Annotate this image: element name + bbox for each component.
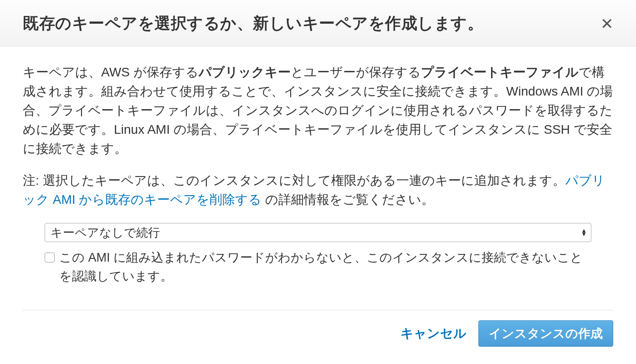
desc-part1: キーペアは、AWS が保存する xyxy=(23,65,199,79)
acknowledge-label: この AMI に組み込まれたパスワードがわからないと、このインスタンスに接続でき… xyxy=(59,248,591,285)
modal-title: 既存のキーペアを選択するか、新しいキーペアを作成します。 xyxy=(23,13,483,34)
modal-body: キーペアは、AWS が保存するパブリックキーとユーザーが保存するプライベートキー… xyxy=(0,46,636,294)
launch-instance-button[interactable]: インスタンスの作成 xyxy=(478,320,613,347)
desc-part2: とユーザーが保存する xyxy=(291,65,421,79)
note-prefix: 注: 選択したキーペアは、このインスタンスに対して権限がある一連のキーに追加され… xyxy=(23,173,565,187)
acknowledge-checkbox[interactable] xyxy=(45,253,55,263)
note-suffix: の詳細情報をご覧ください。 xyxy=(262,192,434,207)
modal-header: 既存のキーペアを選択するか、新しいキーペアを作成します。 ✕ xyxy=(0,0,636,46)
acknowledge-row: この AMI に組み込まれたパスワードがわからないと、このインスタンスに接続でき… xyxy=(45,248,591,285)
form-area: キーペアなしで続行 ▲ ▼ この AMI に組み込まれたパスワードがわからないと… xyxy=(23,223,613,285)
cancel-button[interactable]: キャンセル xyxy=(400,325,467,342)
keypair-select-wrapper: キーペアなしで続行 ▲ ▼ xyxy=(45,223,591,242)
keypair-description: キーペアは、AWS が保存するパブリックキーとユーザーが保存するプライベートキー… xyxy=(23,63,613,158)
close-icon[interactable]: ✕ xyxy=(600,16,613,31)
keypair-note: 注: 選択したキーペアは、このインスタンスに対して権限がある一連のキーに追加され… xyxy=(23,171,613,209)
keypair-select[interactable]: キーペアなしで続行 xyxy=(45,223,591,242)
keypair-modal: 既存のキーペアを選択するか、新しいキーペアを作成します。 ✕ キーペアは、AWS… xyxy=(0,0,636,364)
desc-bold2: プライベートキーファイル xyxy=(421,65,579,79)
desc-bold1: パブリックキー xyxy=(199,65,291,79)
modal-footer: キャンセル インスタンスの作成 xyxy=(23,310,613,357)
